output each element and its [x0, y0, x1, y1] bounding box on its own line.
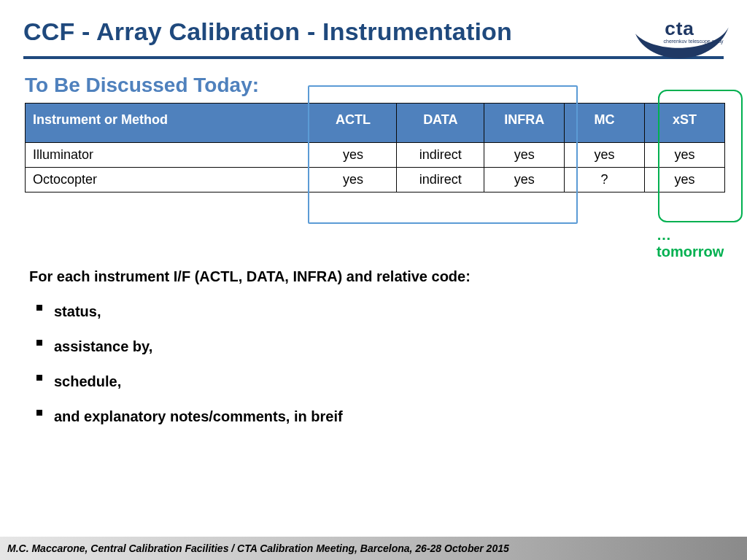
cta-swoosh-icon: cta cherenkov telescope array: [630, 9, 732, 71]
col-header: Instrument or Method: [26, 104, 309, 143]
table-row: Octocopter yes indirect yes ? yes: [26, 168, 725, 192]
list-item: and explanatory notes/comments, in breif: [29, 402, 724, 430]
cell: Octocopter: [26, 168, 309, 192]
body-lead: For each instrument I/F (ACTL, DATA, INF…: [29, 262, 724, 290]
col-header: ACTL: [309, 104, 397, 143]
col-header: xST: [645, 104, 725, 143]
cell: yes: [645, 168, 725, 192]
cell: yes: [645, 143, 725, 168]
bullet-list: status, assistance by, schedule, and exp…: [29, 298, 724, 430]
list-item: status,: [29, 298, 724, 325]
col-header: DATA: [397, 104, 484, 143]
list-item: schedule,: [29, 368, 724, 395]
svg-text:cherenkov telescope array: cherenkov telescope array: [664, 39, 724, 44]
tomorrow-label: … tomorrow: [657, 227, 724, 260]
table-wrap: Instrument or Method ACTL DATA INFRA MC …: [23, 103, 724, 192]
svg-text:cta: cta: [665, 18, 694, 39]
table-row: Illuminator yes indirect yes yes yes: [26, 143, 725, 168]
cell: yes: [484, 143, 565, 168]
cta-logo: cta cherenkov telescope array: [630, 9, 732, 71]
slide-title: CCF - Array Calibration - Instrumentatio…: [23, 18, 724, 53]
list-item: assistance by,: [29, 332, 724, 360]
subheading: To Be Discussed Today:: [25, 74, 724, 97]
instrument-table: Instrument or Method ACTL DATA INFRA MC …: [25, 103, 725, 192]
cell: indirect: [397, 143, 484, 168]
cell: yes: [565, 143, 645, 168]
col-header: INFRA: [484, 104, 565, 143]
footer-text: M.C. Maccarone, Central Calibration Faci…: [7, 542, 509, 554]
table-header-row: Instrument or Method ACTL DATA INFRA MC …: [26, 104, 725, 143]
cell: ?: [565, 168, 645, 192]
body-text: For each instrument I/F (ACTL, DATA, INF…: [29, 262, 724, 430]
cell: yes: [484, 168, 565, 192]
slide: cta cherenkov telescope array CCF - Arra…: [0, 0, 747, 560]
title-rule: [23, 56, 724, 59]
col-header: MC: [565, 104, 645, 143]
cell: yes: [309, 143, 397, 168]
cell: indirect: [397, 168, 484, 192]
footer-bar: M.C. Maccarone, Central Calibration Faci…: [0, 537, 747, 560]
cell: Illuminator: [26, 143, 309, 168]
cell: yes: [309, 168, 397, 192]
